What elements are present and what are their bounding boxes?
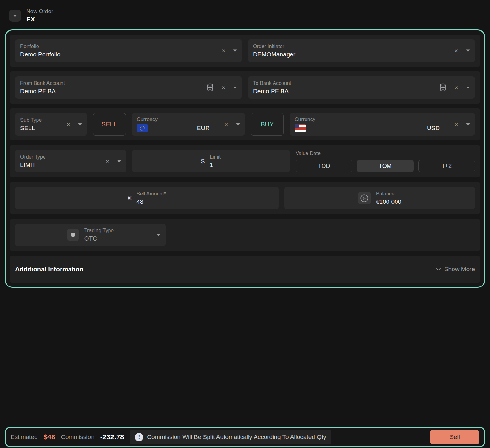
row-order-type: Order Type LIMIT ✕ $ Limit 1 Value Date … [10, 145, 480, 177]
show-more-label: Show More [444, 266, 475, 273]
from-bank-account-field[interactable]: From Bank Account Demo PF BA ✕ [15, 76, 242, 99]
commission-notice: ! Commission Will Be Split Automatically… [130, 430, 331, 444]
clear-icon[interactable]: ✕ [221, 85, 225, 90]
database-icon [439, 83, 446, 92]
to-bank-account-value: Demo PF BA [253, 88, 470, 95]
eu-flag-icon [137, 124, 148, 132]
portfolio-value: Demo Portfolio [20, 51, 237, 58]
estimated-value: $48 [43, 433, 55, 441]
chevron-down-icon [13, 15, 17, 17]
balance-transfer-button[interactable] [358, 192, 371, 204]
order-summary-bar: Estimated $48 Commission -232.78 ! Commi… [5, 427, 485, 447]
chevron-down-icon[interactable] [233, 87, 237, 89]
database-icon [207, 83, 214, 92]
order-initiator-field[interactable]: Order Initiator DEMOManager ✕ [248, 39, 475, 62]
sell-currency-field[interactable]: Currency EUR ✕ [132, 113, 245, 136]
commission-value: -232.78 [100, 433, 124, 441]
sell-amount-value: 48 [136, 198, 166, 205]
balance-field: Balance €100 000 [284, 187, 475, 209]
buy-currency-field[interactable]: Currency USD ✕ [290, 113, 475, 136]
from-bank-account-value: Demo PF BA [20, 88, 237, 95]
limit-field[interactable]: $ Limit 1 [132, 150, 290, 172]
clear-icon[interactable]: ✕ [66, 122, 70, 127]
arrow-left-circle-icon [360, 194, 369, 203]
row-trading-type: Trading Type OTC [10, 219, 480, 251]
value-date-group: Value Date TOD TOM T+2 [296, 151, 475, 172]
sell-amount-label: Sell Amount* [136, 191, 166, 197]
clear-icon[interactable]: ✕ [454, 122, 458, 127]
buy-currency-value: USD [427, 125, 440, 132]
order-initiator-value: DEMOManager [253, 51, 470, 58]
additional-information-title: Additional Information [15, 266, 83, 273]
clear-icon[interactable]: ✕ [105, 159, 110, 164]
limit-label: Limit [210, 154, 221, 160]
buy-side-toggle[interactable]: BUY [251, 113, 284, 136]
sub-type-field[interactable]: Sub Type SELL ✕ [15, 113, 87, 136]
order-initiator-label: Order Initiator [253, 44, 470, 49]
to-bank-account-label: To Bank Account [253, 80, 470, 86]
chevron-down-icon[interactable] [466, 123, 470, 126]
value-date-tod-button[interactable]: TOD [296, 160, 352, 172]
chevron-down-icon[interactable] [466, 87, 470, 89]
portfolio-label: Portfolio [20, 44, 237, 49]
portfolio-field[interactable]: Portfolio Demo Portfolio ✕ [15, 39, 242, 62]
chevron-down-icon[interactable] [117, 160, 121, 162]
estimated-label: Estimated [11, 434, 37, 441]
commission-notice-text: Commission Will Be Split Automatically A… [147, 434, 326, 441]
clear-icon[interactable]: ✕ [454, 85, 458, 90]
clear-icon[interactable]: ✕ [224, 122, 228, 127]
from-bank-account-label: From Bank Account [20, 80, 237, 86]
radio-dot-icon [67, 229, 79, 241]
sell-submit-button[interactable]: Sell [430, 430, 479, 444]
chevron-down-icon[interactable] [78, 123, 82, 126]
order-form-panel: Portfolio Demo Portfolio ✕ Order Initiat… [5, 29, 485, 288]
us-flag-icon [295, 124, 306, 132]
value-date-t2-button[interactable]: T+2 [418, 160, 475, 172]
sell-amount-field[interactable]: € Sell Amount* 48 [15, 187, 279, 209]
collapse-button[interactable] [9, 10, 21, 22]
chevron-down-icon [436, 268, 441, 271]
limit-value: 1 [210, 162, 221, 169]
value-date-tom-button[interactable]: TOM [357, 160, 413, 172]
trading-type-field[interactable]: Trading Type OTC [15, 224, 166, 246]
exclamation-icon: ! [135, 433, 143, 441]
page-subtitle: New Order [26, 8, 53, 15]
euro-icon: € [128, 195, 131, 202]
chevron-down-icon[interactable] [157, 234, 160, 236]
to-bank-account-field[interactable]: To Bank Account Demo PF BA ✕ [248, 76, 475, 99]
commission-label: Commission [61, 434, 94, 441]
trading-type-value: OTC [84, 235, 114, 242]
sell-side-toggle[interactable]: SELL [93, 113, 126, 136]
value-date-label: Value Date [296, 151, 475, 156]
clear-icon[interactable]: ✕ [454, 48, 458, 53]
row-amount-balance: € Sell Amount* 48 Balance €100 000 [10, 182, 480, 214]
window-header: New Order FX [0, 0, 490, 29]
sell-currency-value: EUR [197, 125, 210, 132]
row-bank-accounts: From Bank Account Demo PF BA ✕ To Bank A… [10, 71, 480, 104]
balance-label: Balance [376, 191, 401, 197]
chevron-down-icon[interactable] [466, 50, 470, 52]
chevron-down-icon[interactable] [233, 50, 237, 52]
show-more-button[interactable]: Show More [436, 266, 475, 273]
row-side-currencies: Sub Type SELL ✕ SELL Currency EUR ✕ BUY … [10, 108, 480, 140]
order-type-field[interactable]: Order Type LIMIT ✕ [15, 150, 126, 172]
chevron-down-icon[interactable] [236, 123, 240, 126]
buy-currency-label: Currency [295, 117, 470, 122]
row-portfolio: Portfolio Demo Portfolio ✕ Order Initiat… [10, 35, 480, 67]
page-title: FX [26, 15, 53, 23]
clear-icon[interactable]: ✕ [221, 48, 225, 53]
dollar-icon: $ [201, 158, 205, 165]
row-additional-information: Additional Information Show More [10, 256, 480, 283]
balance-value: €100 000 [376, 198, 401, 205]
trading-type-label: Trading Type [84, 228, 114, 234]
